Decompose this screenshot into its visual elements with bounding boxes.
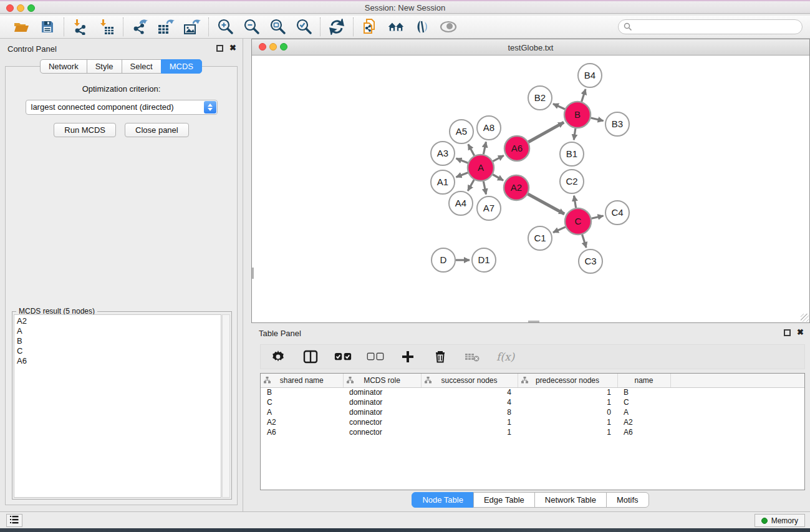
graph-node-label: C1 [534, 233, 546, 243]
network-canvas[interactable]: B4B2BB3A8A5A6B1A3AC2A1A2A4A7C4CC1C3DD1 [252, 56, 809, 322]
graph-edge-A-A3[interactable] [456, 158, 468, 163]
zoom-out-icon[interactable] [243, 18, 260, 36]
export-image-icon[interactable] [183, 18, 201, 36]
graph-edge-A-A7[interactable] [483, 181, 486, 195]
result-item[interactable]: B [14, 336, 221, 346]
column-header[interactable]: name [617, 374, 670, 387]
task-history-button[interactable] [6, 514, 22, 527]
refresh-icon[interactable] [328, 18, 345, 36]
table-cell: A [261, 407, 343, 417]
tab-node-table[interactable]: Node Table [412, 492, 474, 508]
table-header-row[interactable]: shared nameMCDS rolesuccessor nodesprede… [261, 374, 804, 387]
clone-network-icon[interactable] [361, 18, 378, 36]
table-float-panel-icon[interactable] [784, 329, 791, 336]
tab-network[interactable]: Network [40, 59, 87, 74]
tab-edge-table[interactable]: Edge Table [473, 492, 535, 508]
control-panel: Control Panel ✖ NetworkStyleSelectMCDS O… [0, 39, 243, 511]
save-session-icon[interactable] [39, 18, 56, 36]
graph-node-label: A7 [483, 203, 494, 213]
zoom-selected-icon[interactable] [295, 18, 312, 36]
column-header[interactable]: shared name [261, 374, 343, 387]
zoom-in-icon[interactable] [216, 18, 234, 36]
tab-select[interactable]: Select [122, 59, 162, 74]
table-settings-icon[interactable] [269, 348, 287, 365]
import-table-icon[interactable] [98, 18, 115, 36]
table-cell: dominator [343, 407, 421, 417]
graph-edge-A6-B[interactable] [528, 122, 564, 142]
graph-edge-B-B4[interactable] [582, 89, 586, 102]
import-network-icon[interactable] [72, 18, 89, 36]
optimization-criterion-select[interactable]: largest connected component (directed) [26, 100, 218, 115]
graph-node-label: B2 [534, 92, 546, 103]
result-item[interactable]: A [14, 326, 221, 336]
result-item[interactable]: C [14, 346, 221, 356]
split-view-icon[interactable] [302, 348, 319, 365]
graph-edge-A-A2[interactable] [493, 175, 503, 180]
memory-button[interactable]: Memory [755, 514, 805, 527]
window-title: Session: New Session [0, 3, 810, 12]
graph-edge-A-A1[interactable] [456, 173, 468, 177]
run-mcds-button[interactable]: Run MCDS [54, 123, 116, 137]
graph-edge-A-A5[interactable] [468, 144, 475, 155]
table-row[interactable]: A6connector11A6 [261, 427, 804, 437]
graph-edge-B-B1[interactable] [574, 128, 576, 140]
table-cell: A [617, 407, 670, 417]
column-header[interactable]: MCDS role [343, 374, 421, 387]
canvas-bottom-scrollthumb[interactable] [528, 321, 539, 322]
desktop-background-strip [0, 528, 810, 532]
delete-columns-icon[interactable] [432, 348, 449, 365]
search-input[interactable] [618, 19, 803, 34]
table-cell: 4 [421, 387, 518, 397]
graph-edge-A-A4[interactable] [468, 180, 474, 191]
tab-style[interactable]: Style [87, 59, 122, 74]
table-row[interactable]: A2connector11A2 [261, 417, 804, 427]
function-builder-icon[interactable]: f(x) [496, 351, 514, 363]
table-cell: A6 [617, 427, 670, 437]
graph-edge-A-A8[interactable] [483, 142, 486, 155]
close-panel-button[interactable]: Close panel [125, 123, 189, 137]
tab-motifs[interactable]: Motifs [606, 492, 649, 508]
column-header[interactable]: successor nodes [421, 374, 518, 387]
mcds-result-scrollbar[interactable] [222, 314, 230, 498]
table-toolbar: f(x) [260, 344, 805, 369]
tab-mcds[interactable]: MCDS [161, 59, 202, 74]
delete-table-icon[interactable] [464, 348, 481, 365]
graph-edge-B-B3[interactable] [591, 118, 603, 121]
table-row[interactable]: Cdominator41C [261, 397, 804, 407]
add-column-icon[interactable] [399, 348, 417, 365]
graph-node-label: A3 [437, 148, 448, 158]
network-resize-grip[interactable] [801, 314, 809, 322]
export-network-icon[interactable] [131, 18, 148, 36]
float-panel-icon[interactable] [216, 45, 223, 52]
style-brush-icon[interactable] [413, 18, 431, 36]
close-panel-icon[interactable]: ✖ [229, 43, 236, 52]
canvas-left-scrollthumb[interactable] [252, 268, 254, 279]
column-header[interactable]: predecessor nodes [518, 374, 617, 387]
table-close-panel-icon[interactable]: ✖ [797, 327, 804, 337]
table-row[interactable]: Adominator80A [261, 407, 804, 417]
result-item[interactable]: A6 [14, 356, 221, 366]
network-window-titlebar[interactable]: testGlobe.txt [252, 39, 809, 56]
main-toolbar [0, 16, 810, 39]
zoom-fit-icon[interactable] [269, 18, 286, 36]
table-cell: connector [343, 427, 421, 437]
tab-network-table[interactable]: Network Table [534, 492, 607, 508]
graph-edge-C-C1[interactable] [553, 227, 566, 233]
export-table-icon[interactable] [157, 18, 175, 36]
show-hide-panels-icon[interactable] [387, 18, 405, 36]
open-session-icon[interactable] [12, 18, 30, 36]
graph-edge-A-A6[interactable] [493, 155, 503, 161]
table-row[interactable]: Bdominator41B [261, 387, 804, 397]
select-all-columns-icon[interactable] [334, 348, 352, 365]
graph-node-label: C2 [566, 176, 577, 186]
graph-edge-C-C4[interactable] [591, 216, 603, 218]
table-cell: connector [343, 417, 421, 427]
graph-edge-C-C2[interactable] [574, 196, 576, 208]
show-hide-graphics-details-icon[interactable] [440, 18, 457, 36]
graph-edge-C-C3[interactable] [582, 235, 587, 248]
result-item[interactable]: A2 [14, 316, 221, 326]
graph-edge-B-B2[interactable] [553, 104, 565, 109]
unselect-all-columns-icon[interactable] [367, 348, 384, 365]
graph-edge-A2-C[interactable] [528, 194, 564, 214]
table-cell: dominator [343, 387, 421, 397]
